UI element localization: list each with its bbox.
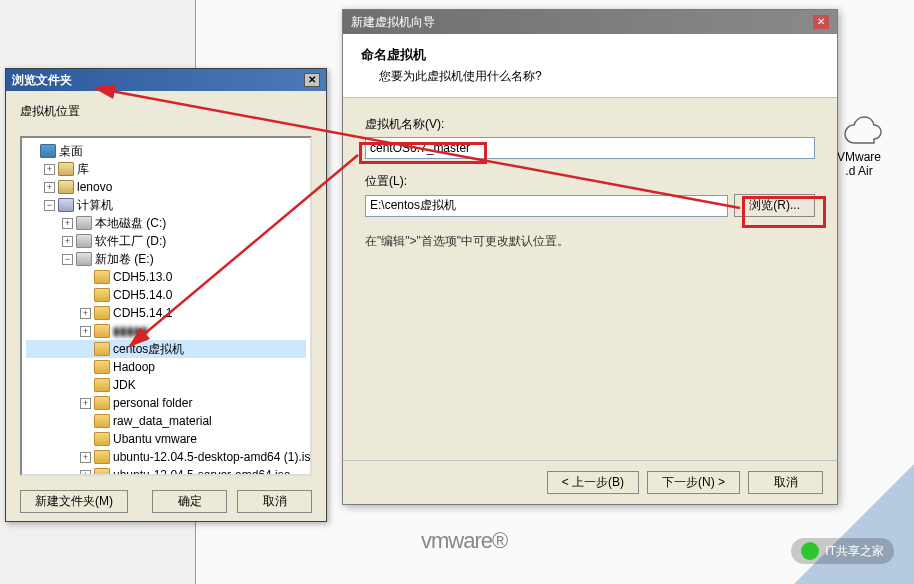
user-icon (58, 180, 74, 194)
expand-icon[interactable]: + (44, 182, 55, 193)
vm-name-input[interactable] (365, 137, 815, 159)
ok-button[interactable]: 确定 (152, 490, 227, 513)
wizard-titlebar[interactable]: 新建虚拟机向导 ✕ (343, 10, 837, 34)
expand-icon[interactable]: + (62, 236, 73, 247)
tree-node[interactable]: Ubantu vmware (26, 430, 306, 448)
tree-node-label: personal folder (113, 396, 192, 410)
expand-icon[interactable]: + (80, 398, 91, 409)
folder-icon (94, 378, 110, 392)
cloud-label-1: VMware (834, 150, 884, 164)
tree-node-label: Hadoop (113, 360, 155, 374)
tree-node-label: ▮▮▮▮▮ (113, 324, 148, 338)
expand-icon[interactable]: + (80, 308, 91, 319)
drive-icon (76, 234, 92, 248)
cancel-button[interactable]: 取消 (748, 471, 823, 494)
cloud-icon (834, 115, 884, 147)
tree-node-label: 新加卷 (E:) (95, 251, 154, 268)
tree-node[interactable]: JDK (26, 376, 306, 394)
vmware-logo: vmware® (421, 528, 507, 554)
folder-icon (94, 468, 110, 476)
cloud-label-2: .d Air (834, 164, 884, 178)
tree-node-label: CDH5.14.0 (113, 288, 172, 302)
tree-node-label: 库 (77, 161, 89, 178)
collapse-icon[interactable]: − (44, 200, 55, 211)
wizard-button-bar: < 上一步(B) 下一步(N) > 取消 (343, 460, 837, 504)
tree-node[interactable]: CDH5.14.0 (26, 286, 306, 304)
new-vm-wizard-dialog: 新建虚拟机向导 ✕ 命名虚拟机 您要为此虚拟机使用什么名称? 虚拟机名称(V):… (342, 9, 838, 505)
tree-node-label: lenovo (77, 180, 112, 194)
browse-titlebar[interactable]: 浏览文件夹 ✕ (6, 69, 326, 91)
wizard-note: 在"编辑">"首选项"中可更改默认位置。 (365, 233, 815, 250)
tree-node[interactable]: CDH5.13.0 (26, 268, 306, 286)
tree-node[interactable]: +ubuntu-12.04.5-desktop-amd64 (1).iso (26, 448, 306, 466)
folder-icon (94, 360, 110, 374)
tree-node[interactable]: 桌面 (26, 142, 306, 160)
wizard-heading: 命名虚拟机 (361, 46, 819, 64)
tree-node-label: CDH5.14.1 (113, 306, 172, 320)
wechat-icon (801, 542, 819, 560)
tree-node[interactable]: +库 (26, 160, 306, 178)
tree-node-label: 本地磁盘 (C:) (95, 215, 166, 232)
tree-node-label: ubuntu-12.04.5-server-amd64.iso (113, 468, 290, 476)
browse-button-bar: 新建文件夹(M) 确定 取消 (6, 484, 326, 519)
tree-node[interactable]: +本地磁盘 (C:) (26, 214, 306, 232)
folder-icon (94, 450, 110, 464)
tree-node-label: JDK (113, 378, 136, 392)
tree-node[interactable]: −新加卷 (E:) (26, 250, 306, 268)
browse-title: 浏览文件夹 (12, 72, 72, 89)
folder-tree[interactable]: 桌面+库+lenovo−计算机+本地磁盘 (C:)+软件工厂 (D:)−新加卷 … (20, 136, 312, 476)
desktop-icon (40, 144, 56, 158)
browse-subtitle: 虚拟机位置 (6, 91, 326, 128)
lib-icon (58, 162, 74, 176)
computer-icon (58, 198, 74, 212)
tree-node[interactable]: −计算机 (26, 196, 306, 214)
expand-icon[interactable]: + (44, 164, 55, 175)
tree-node-label: 软件工厂 (D:) (95, 233, 166, 250)
tree-node[interactable]: raw_data_material (26, 412, 306, 430)
tree-node[interactable]: +personal folder (26, 394, 306, 412)
folder-icon (94, 342, 110, 356)
folder-icon (94, 396, 110, 410)
tree-node-label: centos虚拟机 (113, 341, 184, 358)
wizard-subheading: 您要为此虚拟机使用什么名称? (361, 68, 819, 85)
folder-icon (94, 324, 110, 338)
tree-node[interactable]: +ubuntu-12.04.5-server-amd64.iso (26, 466, 306, 476)
expand-icon[interactable]: + (80, 452, 91, 463)
folder-icon (94, 432, 110, 446)
browse-folder-dialog: 浏览文件夹 ✕ 虚拟机位置 桌面+库+lenovo−计算机+本地磁盘 (C:)+… (5, 68, 327, 522)
folder-icon (94, 306, 110, 320)
back-button[interactable]: < 上一步(B) (547, 471, 639, 494)
vm-name-label: 虚拟机名称(V): (365, 116, 815, 133)
folder-icon (94, 414, 110, 428)
close-icon[interactable]: ✕ (304, 73, 320, 87)
cancel-button[interactable]: 取消 (237, 490, 312, 513)
next-button[interactable]: 下一步(N) > (647, 471, 740, 494)
expand-icon[interactable]: + (62, 218, 73, 229)
tree-node[interactable]: +CDH5.14.1 (26, 304, 306, 322)
tree-node-label: raw_data_material (113, 414, 212, 428)
folder-icon (94, 288, 110, 302)
footer-badge: IT共享之家 (791, 538, 894, 564)
collapse-icon[interactable]: − (62, 254, 73, 265)
tree-node-label: CDH5.13.0 (113, 270, 172, 284)
drive-icon (76, 252, 92, 266)
new-folder-button[interactable]: 新建文件夹(M) (20, 490, 128, 513)
cloud-tile: VMware .d Air (834, 115, 884, 178)
wizard-header: 命名虚拟机 您要为此虚拟机使用什么名称? (343, 34, 837, 98)
wizard-form: 虚拟机名称(V): 位置(L): 浏览(R)... 在"编辑">"首选项"中可更… (343, 98, 837, 268)
tree-node-label: 桌面 (59, 143, 83, 160)
tree-node-label: ubuntu-12.04.5-desktop-amd64 (1).iso (113, 450, 312, 464)
expand-icon[interactable]: + (80, 326, 91, 337)
vm-location-input[interactable] (365, 195, 728, 217)
tree-node[interactable]: Hadoop (26, 358, 306, 376)
tree-node-label: Ubantu vmware (113, 432, 197, 446)
folder-icon (94, 270, 110, 284)
browse-button[interactable]: 浏览(R)... (734, 194, 815, 217)
close-icon[interactable]: ✕ (813, 15, 829, 29)
tree-node[interactable]: +▮▮▮▮▮ (26, 322, 306, 340)
tree-node[interactable]: +软件工厂 (D:) (26, 232, 306, 250)
expand-icon[interactable]: + (80, 470, 91, 477)
tree-node[interactable]: centos虚拟机 (26, 340, 306, 358)
drive-icon (76, 216, 92, 230)
tree-node[interactable]: +lenovo (26, 178, 306, 196)
